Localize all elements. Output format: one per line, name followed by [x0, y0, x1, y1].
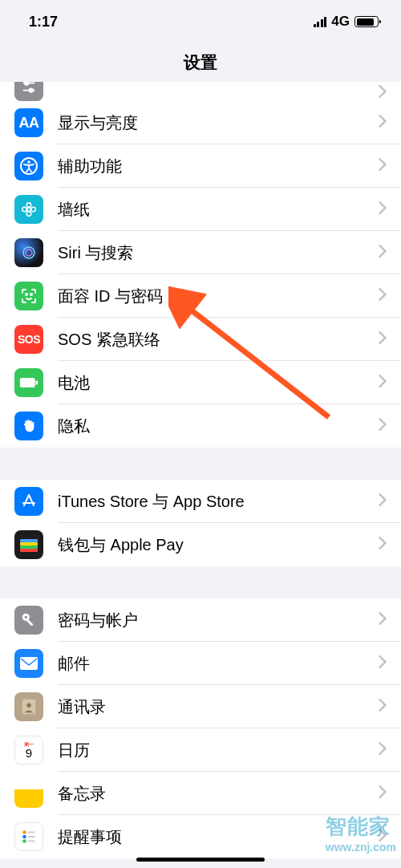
svg-rect-19	[20, 546, 38, 549]
settings-row-control-center[interactable]	[0, 82, 401, 101]
svg-point-29	[22, 830, 26, 834]
svg-point-1	[25, 82, 29, 85]
row-label: 墙纸	[58, 199, 379, 221]
svg-point-12	[26, 249, 32, 256]
battery-icon	[354, 16, 379, 27]
wallpaper-icon	[14, 195, 43, 224]
network-label: 4G	[331, 14, 350, 30]
chevron-right-icon	[379, 785, 387, 801]
chevron-right-icon	[379, 375, 387, 391]
row-label: iTunes Store 与 App Store	[58, 491, 379, 513]
settings-row-privacy[interactable]: 隐私	[0, 404, 401, 448]
svg-point-14	[30, 294, 32, 295]
svg-point-7	[26, 203, 31, 208]
chevron-right-icon	[379, 699, 387, 715]
svg-point-22	[25, 616, 27, 619]
appstore-icon	[14, 487, 43, 516]
settings-row-notes[interactable]: 备忘录	[0, 772, 401, 815]
row-label: 隐私	[58, 416, 379, 437]
chevron-right-icon	[379, 158, 387, 174]
signal-icon	[314, 17, 327, 27]
svg-point-13	[26, 294, 27, 295]
settings-row-display[interactable]: AA显示与亮度	[0, 101, 401, 144]
control-center-icon	[14, 82, 43, 101]
page-title: 设置	[0, 43, 401, 82]
chevron-right-icon	[379, 201, 387, 217]
svg-point-6	[27, 208, 31, 212]
svg-point-9	[22, 207, 27, 212]
svg-point-30	[22, 835, 26, 839]
chevron-right-icon	[379, 331, 387, 347]
settings-row-faceid[interactable]: 面容 ID 与密码	[0, 274, 401, 318]
status-bar: 1:17 4G	[0, 0, 401, 43]
wallet-icon	[14, 530, 43, 559]
contacts-icon	[14, 692, 43, 721]
row-label: 显示与亮度	[58, 112, 379, 134]
row-label: 密码与帐户	[58, 610, 379, 631]
chevron-right-icon	[379, 742, 387, 758]
chevron-right-icon	[379, 288, 387, 304]
row-label: 备忘录	[58, 783, 379, 805]
reminders-icon	[14, 822, 43, 851]
chevron-right-icon	[379, 245, 387, 261]
group-separator	[0, 448, 401, 480]
settings-list[interactable]: AA显示与亮度辅助功能墙纸Siri 与搜索面容 ID 与密码SOSSOS 紧急联…	[0, 82, 401, 858]
chevron-right-icon	[379, 655, 387, 671]
row-label: Siri 与搜索	[58, 242, 379, 264]
row-label: 辅助功能	[58, 156, 379, 177]
settings-row-accessibility[interactable]: 辅助功能	[0, 144, 401, 188]
svg-point-26	[26, 703, 31, 708]
row-label: 日历	[58, 740, 379, 761]
row-label: 面容 ID 与密码	[58, 286, 379, 307]
watermark: 智能家 www.znj.com	[326, 813, 396, 854]
svg-point-3	[29, 88, 33, 92]
svg-point-8	[26, 212, 31, 217]
privacy-icon	[14, 412, 43, 440]
row-label: 通讯录	[58, 696, 379, 718]
svg-point-10	[31, 207, 36, 212]
settings-group: iTunes Store 与 App Store钱包与 Apple Pay	[0, 480, 401, 566]
display-icon: AA	[14, 108, 43, 137]
settings-group: AA显示与亮度辅助功能墙纸Siri 与搜索面容 ID 与密码SOSSOS 紧急联…	[0, 82, 401, 448]
faceid-icon	[14, 282, 43, 310]
group-separator	[0, 566, 401, 598]
svg-rect-23	[26, 619, 33, 626]
svg-point-11	[23, 247, 34, 258]
settings-row-contacts[interactable]: 通讯录	[0, 685, 401, 728]
passwords-icon	[14, 606, 43, 635]
row-label: 电池	[58, 372, 379, 394]
siri-icon	[14, 238, 43, 267]
settings-row-passwords[interactable]: 密码与帐户	[0, 598, 401, 642]
settings-row-siri[interactable]: Siri 与搜索	[0, 231, 401, 274]
row-label: 邮件	[58, 653, 379, 675]
chevron-right-icon	[379, 418, 387, 434]
svg-rect-17	[20, 539, 38, 542]
svg-rect-16	[36, 380, 38, 384]
settings-row-appstore[interactable]: iTunes Store 与 App Store	[0, 480, 401, 523]
row-label: SOS 紧急联络	[58, 329, 379, 351]
row-label: 钱包与 Apple Pay	[58, 534, 379, 556]
status-time: 1:17	[29, 14, 58, 30]
calendar-icon: 周一9	[14, 736, 43, 765]
settings-row-sos[interactable]: SOSSOS 紧急联络	[0, 318, 401, 361]
svg-text:9: 9	[26, 746, 32, 760]
settings-row-wallpaper[interactable]: 墙纸	[0, 188, 401, 231]
settings-row-calendar[interactable]: 周一9日历	[0, 728, 401, 772]
notes-icon	[14, 779, 43, 808]
svg-rect-24	[20, 657, 38, 670]
settings-row-mail[interactable]: 邮件	[0, 642, 401, 685]
settings-row-wallet[interactable]: 钱包与 Apple Pay	[0, 523, 401, 566]
svg-point-5	[27, 160, 30, 164]
status-right: 4G	[314, 14, 379, 30]
battery-icon	[14, 368, 43, 397]
home-indicator	[136, 858, 265, 862]
sos-icon: SOS	[14, 325, 43, 354]
svg-rect-20	[20, 549, 38, 552]
svg-rect-18	[20, 542, 38, 546]
mail-icon	[14, 649, 43, 678]
chevron-right-icon	[379, 612, 387, 628]
settings-row-battery[interactable]: 电池	[0, 361, 401, 404]
svg-point-31	[22, 839, 26, 843]
chevron-right-icon	[379, 85, 387, 101]
accessibility-icon	[14, 152, 43, 180]
